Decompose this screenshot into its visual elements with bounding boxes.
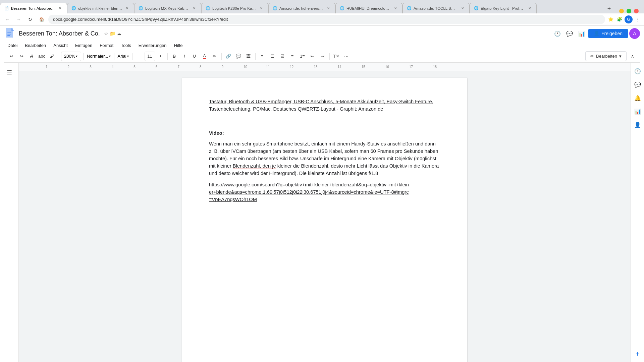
document-title[interactable]: Besseren Ton: Absorber & Co.	[19, 30, 100, 37]
tab-close-button[interactable]: ✕	[527, 6, 532, 11]
tab-label: Elgato Key Light - Profes...	[481, 6, 525, 10]
bullet-list-button[interactable]: ≡	[288, 52, 297, 61]
tab-close-button[interactable]: ✕	[393, 6, 398, 11]
italic-button[interactable]: I	[180, 52, 189, 61]
tab-tab2[interactable]: 🌐objektiv mit kleiner blend...✕	[67, 3, 134, 13]
line-spacing-button[interactable]: ☰	[268, 52, 277, 61]
redo-button[interactable]: ↪	[17, 52, 26, 61]
menu-ansicht[interactable]: Ansicht	[50, 42, 71, 49]
right-notification-icon[interactable]: 🔔	[632, 93, 643, 103]
font-select[interactable]: Arial ▾	[116, 52, 130, 61]
address-input[interactable]	[48, 15, 605, 24]
tab-tab4[interactable]: 🌐Logitech K280e Pro Kabe...✕	[201, 3, 268, 13]
star-icon[interactable]: ☆	[104, 31, 108, 36]
right-history-icon[interactable]: 🕐	[632, 66, 643, 76]
tab-tab3[interactable]: 🌐Logitech MX Keys Kabel...✕	[134, 3, 201, 13]
menu-einfuegen[interactable]: Einfügen	[72, 42, 96, 49]
header-actions: 🕐 💬 📊 👤 Freigeben A	[552, 28, 640, 39]
minimize-button[interactable]	[619, 9, 624, 13]
link-button[interactable]: 🔗	[224, 52, 233, 61]
right-add-icon[interactable]: +	[632, 349, 643, 359]
right-person-icon[interactable]: 👤	[632, 119, 643, 130]
tab-tab5[interactable]: 🌐Amazon.de: höhenverstell...✕	[268, 3, 335, 13]
separator-2	[83, 53, 84, 60]
tab-close-button[interactable]: ✕	[192, 6, 197, 11]
underline-button[interactable]: U	[190, 52, 199, 61]
tab-tab7[interactable]: 🌐Amazon.de: TOCLL Smart...✕	[402, 3, 470, 13]
video-search-link[interactable]: https://www.google.com/search?q=objektiv…	[209, 182, 409, 202]
tab-bar: 📄Besseren Ton: Absorber & ...✕🌐objektiv …	[0, 0, 644, 13]
bookmark-icon[interactable]: ⭐	[607, 16, 614, 23]
tab-favicon: 🌐	[407, 6, 412, 11]
clear-formatting-button[interactable]: T✕	[332, 52, 341, 61]
font-size-decrease-button[interactable]: −	[135, 52, 144, 61]
menu-hilfe[interactable]: Hilfe	[171, 42, 186, 49]
presentation-icon[interactable]: 📊	[576, 28, 587, 39]
video-body-paragraph: Wenn man ein sehr gutes Smartphone besit…	[209, 140, 440, 177]
indent-less-button[interactable]: ⇤	[308, 52, 317, 61]
image-button[interactable]: 🖼	[244, 52, 253, 61]
settings-icon[interactable]: ⋮	[634, 16, 641, 23]
right-chart-icon[interactable]: 📊	[632, 106, 643, 117]
reload-button[interactable]: ↻	[25, 15, 35, 24]
paint-format-button[interactable]: 🖌	[47, 52, 57, 61]
outline-icon[interactable]: ☰	[3, 66, 16, 79]
tab-label: Logitech MX Keys Kabel...	[145, 6, 190, 10]
extension-icon[interactable]: 🧩	[616, 16, 623, 23]
zoom-select[interactable]: 200% ▾	[61, 52, 81, 61]
print-button[interactable]: 🖨	[27, 52, 36, 61]
bearbeiten-button[interactable]: ✏ Bearbeiten ▾	[585, 51, 627, 61]
home-button[interactable]: 🏠	[37, 15, 46, 24]
history-icon[interactable]: 🕐	[552, 28, 563, 39]
highlight-button[interactable]: ✏	[210, 52, 219, 61]
tab-close-button[interactable]: ✕	[326, 6, 331, 11]
tab-favicon: 🌐	[71, 6, 76, 11]
folder-icon[interactable]: 📁	[110, 31, 115, 36]
spelling-button[interactable]: abc	[37, 52, 47, 61]
menu-tools[interactable]: Tools	[117, 42, 134, 49]
tab-close-button[interactable]: ✕	[124, 6, 130, 11]
right-comments-icon[interactable]: 💬	[632, 79, 643, 90]
forward-button[interactable]: →	[14, 15, 23, 24]
title-row: Besseren Ton: Absorber & Co. ☆ 📁 ☁ 🕐 💬 📊…	[4, 27, 640, 41]
tab-close-button[interactable]: ✕	[57, 6, 63, 11]
tab-tab6[interactable]: 🌐HUEMIHUI Dreamcolour ...✕	[335, 3, 402, 13]
tab-tab8[interactable]: 🌐Elgato Key Light - Profes...✕	[470, 3, 537, 13]
maximize-button[interactable]	[627, 9, 631, 13]
font-size-increase-button[interactable]: +	[156, 52, 165, 61]
more-options-button[interactable]: ⋯	[342, 52, 351, 61]
font-size-input[interactable]: 11	[145, 52, 155, 61]
video-link-paragraph: https://www.google.com/search?q=objektiv…	[209, 181, 440, 203]
svg-rect-3	[7, 34, 11, 35]
cloud-icon[interactable]: ☁	[117, 31, 121, 36]
indent-more-button[interactable]: ⇥	[318, 52, 327, 61]
checklist-button[interactable]: ☑	[278, 52, 287, 61]
profile-icon[interactable]: G	[625, 15, 633, 23]
menu-format[interactable]: Format	[96, 42, 117, 49]
close-button[interactable]	[634, 9, 639, 13]
new-tab-button[interactable]: +	[604, 4, 614, 13]
tab-close-button[interactable]: ✕	[259, 6, 264, 11]
menu-bearbeiten[interactable]: Bearbeiten	[21, 42, 49, 49]
separator-7	[255, 53, 256, 60]
tab-close-button[interactable]: ✕	[460, 6, 465, 11]
comment-button[interactable]: 💬	[234, 52, 243, 61]
tab-tab1[interactable]: 📄Besseren Ton: Absorber & ...✕	[0, 3, 67, 13]
undo-button[interactable]: ↩	[7, 52, 16, 61]
bold-button[interactable]: B	[170, 52, 179, 61]
user-avatar[interactable]: A	[629, 28, 640, 39]
menu-datei[interactable]: Datei	[4, 42, 21, 49]
numbered-list-button[interactable]: 1≡	[298, 52, 307, 61]
comments-icon[interactable]: 💬	[564, 28, 575, 39]
menu-erweiterungen[interactable]: Erweiterungen	[135, 42, 170, 49]
text-color-button[interactable]: A	[200, 52, 209, 61]
collapse-toolbar-button[interactable]: ∧	[628, 52, 637, 61]
paragraph-style-select[interactable]: Normaler... ▾	[86, 52, 112, 61]
back-button[interactable]: ←	[3, 15, 12, 24]
spacer-1	[209, 117, 440, 130]
toolbar: ↩ ↪ 🖨 abc 🖌 200% ▾ Normaler... ▾ Arial ▾…	[4, 50, 640, 63]
tab-label: Amazon.de: höhenverstell...	[279, 6, 324, 10]
share-button[interactable]: 👤 Freigeben	[588, 29, 628, 38]
amazon-link[interactable]: Tastatur, Bluetooth & USB-Empfänger, USB…	[209, 99, 433, 112]
align-button[interactable]: ≡	[258, 52, 267, 61]
